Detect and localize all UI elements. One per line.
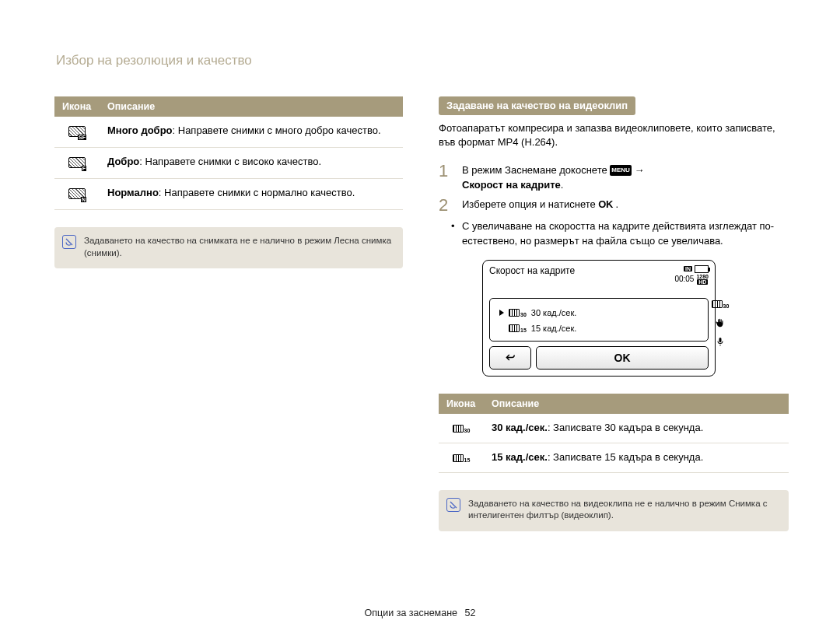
device-res-badge: 1280	[696, 274, 709, 279]
device-option-15-label: 15 кад./сек.	[531, 324, 576, 333]
table-row: Добро: Направете снимки с високо качеств…	[54, 148, 403, 179]
page-number: 52	[465, 608, 476, 618]
quality-fine-icon	[68, 157, 86, 168]
row-rest: : Записвате 15 кадъра в секунда.	[548, 451, 703, 463]
th-icon: Икона	[439, 394, 484, 414]
film-30-icon: 30	[509, 309, 527, 317]
bullet-note: •С увеличаване на скоростта на кадрите д…	[439, 219, 789, 249]
step2-text-a: Изберете опция и натиснете	[462, 198, 598, 210]
step1-bold: Скорост на кадрите	[462, 179, 561, 191]
selection-indicator-icon	[499, 310, 504, 316]
info-icon	[62, 235, 76, 249]
device-option-list: 30 30 кад./сек. 15 15 кад./сек. 30	[489, 298, 709, 342]
step2-after: .	[613, 198, 618, 210]
device-back-button[interactable]	[489, 346, 531, 370]
device-time: 00:05	[674, 275, 694, 283]
film-side-icon: 30	[714, 299, 726, 310]
battery-icon	[695, 265, 709, 273]
device-screen: Скорост на кадрите IN 00:05 1280 HD	[482, 260, 716, 377]
row-rest: : Записвате 30 кадъра в секунда.	[548, 422, 703, 433]
row-bold: 15 кад./сек.	[492, 451, 548, 463]
device-option-15[interactable]: 15 15 кад./сек.	[496, 322, 702, 335]
row-bold: Нормално	[107, 187, 159, 198]
th-desc: Описание	[100, 96, 403, 117]
table-row: Много добро: Направете снимки с много до…	[54, 117, 403, 148]
device-ok-button[interactable]: OK	[536, 346, 709, 370]
right-note-text: Задаването на качество на видеоклипа не …	[468, 498, 779, 522]
device-option-30[interactable]: 30 30 кад./сек.	[496, 306, 702, 319]
device-title: Скорост на кадрите	[489, 265, 575, 276]
section-intro: Фотоапаратът компресира и запазва видеок…	[439, 121, 789, 149]
table-row: 15 15 кад./сек.: Записвате 15 кадъра в с…	[439, 443, 789, 472]
device-status: IN 00:05 1280 HD	[674, 265, 709, 285]
film-15-icon: 15	[509, 324, 527, 332]
th-icon: Икона	[54, 96, 100, 117]
row-rest: : Направете снимки с много добро качеств…	[173, 124, 381, 136]
in-badge-icon: IN	[684, 266, 692, 271]
page-title: Избор на резолюция и качество	[56, 53, 789, 68]
hd-badge-icon: HD	[697, 279, 708, 285]
device-option-30-label: 30 кад./сек.	[531, 308, 576, 317]
footer-label: Опции за заснемане	[365, 608, 457, 618]
framerate-table: Икона Описание 30 30 кад./сек.: Записват…	[439, 394, 789, 473]
row-bold: Добро	[107, 156, 139, 167]
step-number: 1	[439, 162, 454, 193]
th-desc: Описание	[484, 394, 789, 414]
step1-arrow: →	[634, 164, 644, 176]
row-rest: : Направете снимки с високо качество.	[139, 156, 321, 167]
section-heading: Задаване на качество на видеоклип	[439, 96, 635, 115]
film-15-icon: 15	[453, 454, 471, 462]
hand-icon	[714, 317, 726, 328]
step-number: 2	[439, 196, 454, 215]
menu-icon: MENU	[610, 165, 632, 176]
left-note-text: Задаването на качество на снимката не е …	[84, 235, 394, 259]
step1-after: .	[561, 179, 564, 191]
columns: Икона Описание Много добро: Направете сн…	[54, 96, 789, 531]
row-bold: 30 кад./сек.	[492, 422, 548, 433]
ok-inline-icon: OK	[598, 198, 613, 210]
quality-normal-icon	[68, 188, 86, 199]
right-note-box: Задаването на качество на видеоклипа не …	[439, 490, 789, 531]
step1-text-a: В режим Заснемане докоснете	[462, 164, 610, 176]
quality-table: Икона Описание Много добро: Направете сн…	[54, 96, 403, 210]
left-note-box: Задаването на качество на снимката не е …	[54, 227, 403, 268]
film-30-icon: 30	[453, 425, 471, 433]
bullet-text: С увеличаване на скоростта на кадрите де…	[462, 220, 774, 247]
info-icon	[446, 498, 460, 512]
table-row: 30 30 кад./сек.: Записвате 30 кадъра в с…	[439, 414, 789, 443]
step-1: 1 В режим Заснемане докоснете MENU → Ско…	[439, 162, 789, 193]
left-column: Икона Описание Много добро: Направете сн…	[54, 96, 403, 531]
microphone-icon	[714, 336, 726, 347]
table-row: Нормално: Направете снимки с нормално ка…	[54, 179, 403, 210]
page-footer: Опции за заснемане 52	[0, 608, 840, 618]
row-rest: : Направете снимки с нормално качество.	[159, 187, 355, 198]
back-arrow-icon	[503, 352, 517, 363]
row-bold: Много добро	[107, 124, 173, 136]
step-2: 2 Изберете опция и натиснете OK .	[439, 196, 789, 215]
quality-superfine-icon	[68, 126, 86, 137]
right-column: Задаване на качество на видеоклип Фотоап…	[439, 96, 789, 531]
